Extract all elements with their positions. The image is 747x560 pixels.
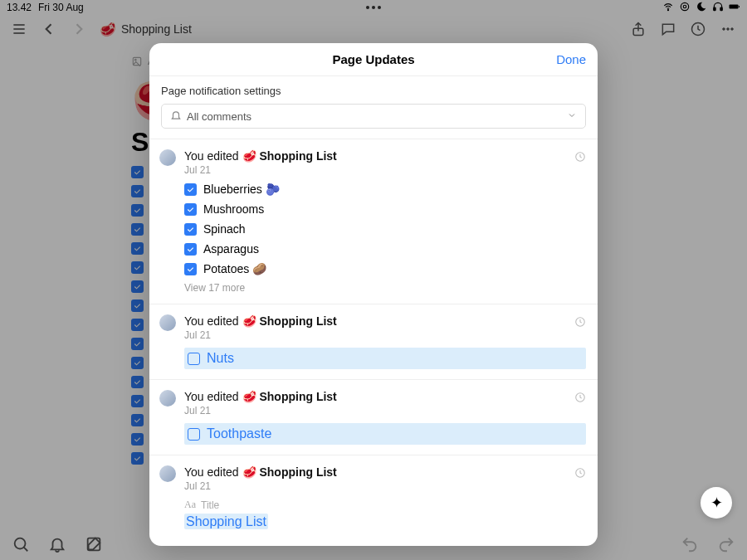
checkbox-icon <box>188 428 200 441</box>
item-label: Blueberries 🫐 <box>203 183 280 196</box>
item-label: Nuts <box>207 351 234 366</box>
update-heading: You edited 🥩 Shopping List <box>184 390 586 403</box>
update-date: Jul 21 <box>184 480 586 492</box>
list-item: Potatoes 🥔 <box>184 262 586 275</box>
avatar <box>159 390 176 407</box>
item-label: Mushrooms <box>203 202 264 216</box>
update-date: Jul 21 <box>184 405 586 416</box>
checkbox-icon <box>184 223 197 236</box>
clock-icon[interactable] <box>574 467 586 482</box>
view-more-link[interactable]: View 17 more <box>184 282 586 294</box>
item-label: Spinach <box>203 222 246 236</box>
item-label: Toothpaste <box>207 426 271 441</box>
update-heading: You edited 🥩 Shopping List <box>184 314 586 328</box>
list-item: Spinach <box>184 222 586 236</box>
checkbox-icon <box>188 353 200 365</box>
checkbox-icon <box>184 203 197 216</box>
clock-icon[interactable] <box>574 316 586 331</box>
list-item: Toothpaste <box>184 423 586 445</box>
bell-icon <box>170 110 182 124</box>
checkbox-icon <box>184 183 197 196</box>
list-item: Asparagus <box>184 242 586 256</box>
title-hint: AaTitle <box>184 499 586 511</box>
update-entry: You edited 🥩 Shopping ListJul 21Toothpas… <box>149 380 598 455</box>
checkbox-icon <box>184 263 197 275</box>
modal-title: Page Updates <box>332 52 414 66</box>
modal-header: Page Updates Done <box>149 43 598 76</box>
settings-label: Page notification settings <box>161 85 586 97</box>
done-button[interactable]: Done <box>556 52 586 66</box>
avatar <box>159 465 176 482</box>
item-label: Asparagus <box>203 242 259 256</box>
update-items: Nuts <box>184 348 586 369</box>
settings-select[interactable]: All comments <box>161 104 586 129</box>
page-updates-modal: Page Updates Done Page notification sett… <box>149 43 598 546</box>
ai-fab[interactable]: ✦ <box>701 487 732 519</box>
update-heading: You edited 🥩 Shopping List <box>184 465 586 479</box>
update-entry: You edited 🥩 Shopping ListJul 21AaTitleS… <box>149 455 598 539</box>
clock-icon[interactable] <box>574 392 586 407</box>
list-item: Mushrooms <box>184 202 586 216</box>
update-entry: You edited 🥩 Shopping ListJul 21Blueberr… <box>149 139 598 304</box>
chevron-down-icon <box>567 110 577 123</box>
update-entry: You edited 🥩 Shopping ListJul 21Nuts <box>149 304 598 380</box>
title-value: Shopping List <box>184 514 268 529</box>
checkbox-icon <box>184 243 197 256</box>
update-items: Blueberries 🫐MushroomsSpinachAsparagusPo… <box>184 183 586 275</box>
update-items: Toothpaste <box>184 423 586 445</box>
avatar <box>159 149 176 166</box>
update-date: Jul 21 <box>184 164 586 176</box>
list-item: Blueberries 🫐 <box>184 183 586 196</box>
modal-body[interactable]: Page notification settings All comments … <box>149 76 598 546</box>
settings-value: All comments <box>187 110 251 123</box>
avatar <box>159 314 176 331</box>
sparkle-icon: ✦ <box>710 494 723 512</box>
list-item: Nuts <box>184 348 586 369</box>
notification-settings: Page notification settings All comments <box>149 76 598 139</box>
app-root: 13.42 Fri 30 Aug 🥩 Shopping List A <box>0 0 747 560</box>
update-date: Jul 21 <box>184 329 586 341</box>
item-label: Potatoes 🥔 <box>203 262 266 275</box>
clock-icon[interactable] <box>574 151 586 166</box>
update-heading: You edited 🥩 Shopping List <box>184 149 586 163</box>
